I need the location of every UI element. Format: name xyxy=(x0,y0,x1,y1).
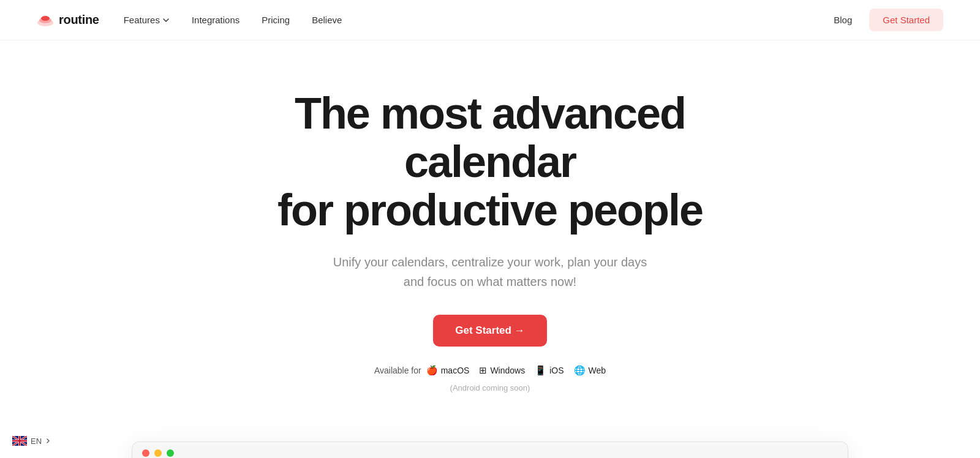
logo-icon xyxy=(37,14,54,26)
traffic-light-green[interactable] xyxy=(167,449,174,457)
hero-subtitle: Unify your calendars, centralize your wo… xyxy=(333,252,647,291)
language-selector[interactable]: EN xyxy=(12,436,51,446)
navbar: routine Features Integrations Pricing Be… xyxy=(0,0,980,40)
platform-macos: 🍎 macOS xyxy=(426,365,470,376)
hero-section: The most advanced calendar for productiv… xyxy=(0,40,980,417)
navbar-right: Blog Get Started xyxy=(834,9,943,31)
hero-cta-button[interactable]: Get Started → xyxy=(433,315,546,347)
window-titlebar xyxy=(132,442,848,458)
platforms: 🍎 macOS ⊞ Windows 📱 iOS 🌐 Web xyxy=(426,365,606,376)
app-preview: ← → TASKS xyxy=(0,441,980,458)
mobile-icon: 📱 xyxy=(535,365,546,376)
chevron-right-icon xyxy=(45,438,51,444)
flag-uk-icon xyxy=(12,436,27,446)
available-for: Available for 🍎 macOS ⊞ Windows 📱 iOS 🌐 … xyxy=(374,365,606,376)
nav-features[interactable]: Features xyxy=(124,15,170,25)
app-window: ← → TASKS xyxy=(132,441,848,458)
chevron-down-icon xyxy=(162,17,170,24)
nav-blog[interactable]: Blog xyxy=(834,15,852,25)
logo[interactable]: routine xyxy=(37,13,99,27)
apple-icon: 🍎 xyxy=(426,365,438,376)
nav-integrations[interactable]: Integrations xyxy=(192,15,239,25)
traffic-light-red[interactable] xyxy=(142,449,149,457)
logo-text: routine xyxy=(59,13,99,27)
nav-pricing[interactable]: Pricing xyxy=(262,15,290,25)
platform-web: 🌐 Web xyxy=(574,365,606,376)
nav-believe[interactable]: Believe xyxy=(312,15,342,25)
hero-title: The most advanced calendar for productiv… xyxy=(214,89,766,235)
platform-windows: ⊞ Windows xyxy=(479,365,525,376)
lang-code: EN xyxy=(31,437,42,446)
android-coming-soon: (Android coming soon) xyxy=(450,383,530,392)
nav-links: Features Integrations Pricing Believe xyxy=(124,15,342,25)
windows-icon: ⊞ xyxy=(479,365,487,376)
traffic-light-yellow[interactable] xyxy=(154,449,162,457)
platform-ios: 📱 iOS xyxy=(535,365,564,376)
navbar-left: routine Features Integrations Pricing Be… xyxy=(37,13,342,27)
web-icon: 🌐 xyxy=(574,365,586,376)
get-started-nav-button[interactable]: Get Started xyxy=(869,9,943,31)
svg-point-2 xyxy=(41,16,50,21)
